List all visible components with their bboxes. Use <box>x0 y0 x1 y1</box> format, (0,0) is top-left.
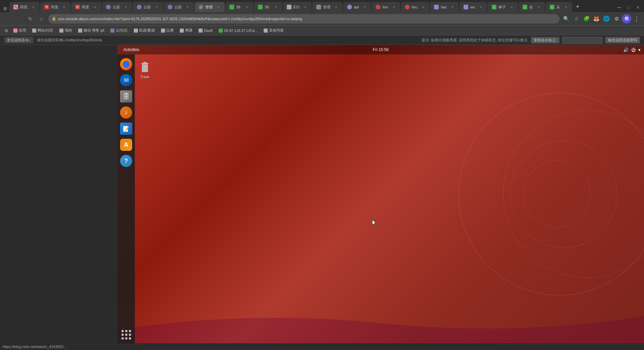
bookmark-wode[interactable]: 我的 <box>57 27 75 34</box>
maximize-button[interactable]: □ <box>624 3 633 12</box>
tab-close[interactable]: × <box>391 5 396 9</box>
search-icon[interactable]: 🔍 <box>561 14 571 24</box>
power-icon[interactable]: ⏻ <box>631 47 636 52</box>
menu-button[interactable]: ⋮ <box>632 14 641 24</box>
tab-hac[interactable]: hac × <box>430 2 459 12</box>
apps-grid-icon[interactable]: ⊞ <box>1 5 9 12</box>
dot <box>129 337 131 340</box>
tab-close[interactable]: × <box>123 5 128 9</box>
tab-close[interactable]: × <box>478 5 483 9</box>
tab-close[interactable]: × <box>93 5 97 9</box>
tab-close[interactable]: × <box>303 5 308 9</box>
tab-close[interactable]: × <box>334 5 338 9</box>
tab-yingyong[interactable]: 🐾 阿里 × <box>9 2 40 12</box>
modify-password-button[interactable]: 修改远程连接密码 <box>605 37 640 43</box>
tab-zai[interactable]: L 在 × <box>519 2 545 12</box>
apps-icon[interactable]: ⊞ <box>3 27 10 34</box>
copy-command-label: 复制命令粘入: <box>531 37 559 43</box>
tab-close[interactable]: × <box>154 5 159 9</box>
tab-eci[interactable]: ECI × <box>283 2 312 12</box>
panel-menu-icon[interactable]: ▾ <box>638 47 641 52</box>
tab-manage[interactable]: 🔗 管理 × <box>195 2 225 12</box>
lock-icon: 🔒 <box>52 16 56 21</box>
bookmark-wangke[interactable]: 网课 <box>177 27 195 34</box>
bookmark-ip[interactable]: 39.97.118.37 LiFul... <box>216 27 260 34</box>
remote-command-dropdown[interactable]: 发送远程命令↓ <box>4 37 34 43</box>
dock-help[interactable]: ? <box>119 154 133 168</box>
dock-thunderbird[interactable]: ✉ <box>119 73 133 87</box>
tab-linu2[interactable]: linu × <box>401 2 429 12</box>
bookmark-label: 其他书签 <box>269 28 284 33</box>
refresh-button[interactable]: ↻ <box>25 14 35 24</box>
tab-cloud2[interactable]: 云彩 × <box>133 2 163 12</box>
dot <box>121 334 124 336</box>
bg-circle-3 <box>523 161 590 228</box>
tab-close[interactable]: × <box>564 5 568 9</box>
bookmark-weixin[interactable]: 微信 博客 git <box>75 27 107 34</box>
tab-apt[interactable]: apt × <box>343 2 371 12</box>
trash-svg <box>139 61 151 74</box>
tab-close[interactable]: × <box>31 5 36 9</box>
minimize-button[interactable]: ─ <box>614 3 624 12</box>
tab-close[interactable]: × <box>421 5 425 9</box>
bookmark-wangzhan[interactable]: 网站/社区 <box>30 27 56 34</box>
tab-linzi[interactable]: L 林子 × <box>488 2 518 12</box>
bookmark-dsoft[interactable]: Dsoft <box>196 27 215 34</box>
home-button[interactable]: ⌂ <box>37 14 46 24</box>
extension-puzzle-icon[interactable]: 🧩 <box>582 14 591 24</box>
tab-close[interactable]: × <box>245 5 249 9</box>
tab-close[interactable]: × <box>185 5 190 9</box>
copy-command-input[interactable] <box>562 37 602 44</box>
desktop-trash-icon[interactable]: Trash <box>138 60 152 80</box>
tab-close[interactable]: × <box>62 5 66 9</box>
tab-close[interactable]: × <box>509 5 514 9</box>
close-button[interactable]: × <box>633 3 643 12</box>
dot <box>129 334 131 336</box>
tab-wo[interactable]: wo × <box>460 2 487 12</box>
files-app-icon: 🗄 <box>120 90 132 102</box>
bottom-curve <box>117 303 644 343</box>
forward-button[interactable]: → <box>14 14 23 24</box>
bookmark-machine[interactable]: 机器/数据 <box>131 27 158 34</box>
vnc-desktop[interactable]: Activities Fri 15:56 🔊 ⏻ ▾ ✉ <box>117 45 644 343</box>
firefox-icon[interactable]: 🦊 <box>592 14 601 24</box>
dock-rhythmbox[interactable]: ♪ <box>119 105 133 120</box>
bookmark-yingyong[interactable]: 应用 <box>11 27 29 34</box>
new-tab-button[interactable]: + <box>573 2 582 11</box>
edge-icon[interactable]: 🌐 <box>602 14 611 24</box>
bookmark-other[interactable]: 其他书签 <box>261 27 286 34</box>
tab-linu1[interactable]: linu × <box>372 2 400 12</box>
bookmark-bisai[interactable]: 比赛 <box>158 27 176 34</box>
tab-cloud3[interactable]: 云彩 × <box>164 2 194 12</box>
tab-label: 阿里 <box>82 5 89 10</box>
profile-button[interactable]: 侯 <box>622 14 631 24</box>
address-bar[interactable]: 🔒 ecs.console.aliyun.com/vnc/index.htm?s… <box>48 14 559 24</box>
tab-close[interactable]: × <box>273 5 278 9</box>
tab-ali1[interactable]: 阿 阿里 × <box>40 2 70 12</box>
tab-close[interactable]: × <box>216 5 221 9</box>
tab-39-1[interactable]: 39. × <box>225 2 253 12</box>
bookmark-star-icon[interactable]: ☆ <box>572 14 581 24</box>
extension-icon2[interactable]: ⚙ <box>612 14 621 24</box>
tab-39-2[interactable]: 39. × <box>254 2 282 12</box>
tab-cloud1[interactable]: 云彩 × <box>102 2 132 12</box>
bookmark-cloud[interactable]: 云/社区 <box>108 27 130 34</box>
activities-button[interactable]: Activities <box>121 47 142 52</box>
bookmark-label: 网站/社区 <box>38 28 53 33</box>
tab-close[interactable]: × <box>536 5 541 9</box>
dock-firefox[interactable] <box>119 57 133 71</box>
tab-ali2[interactable]: 阿 阿里 × <box>71 2 101 12</box>
tab-manage2[interactable]: 管理 × <box>312 2 342 12</box>
dock-writer[interactable]: 📝 <box>119 122 133 136</box>
tab-close[interactable]: × <box>450 5 455 9</box>
tab-cong[interactable]: L 从 × <box>546 2 572 12</box>
back-button[interactable]: ← <box>3 14 12 24</box>
tab-close[interactable]: × <box>362 5 367 9</box>
trash-label: Trash <box>140 75 150 79</box>
show-apps-button[interactable] <box>120 329 132 341</box>
dock-appcenter[interactable]: A <box>119 138 133 152</box>
dock-files[interactable]: 🗄 <box>119 89 133 103</box>
appcenter-app-icon: A <box>120 139 132 151</box>
svg-point-1 <box>530 122 584 203</box>
volume-icon[interactable]: 🔊 <box>623 47 629 52</box>
